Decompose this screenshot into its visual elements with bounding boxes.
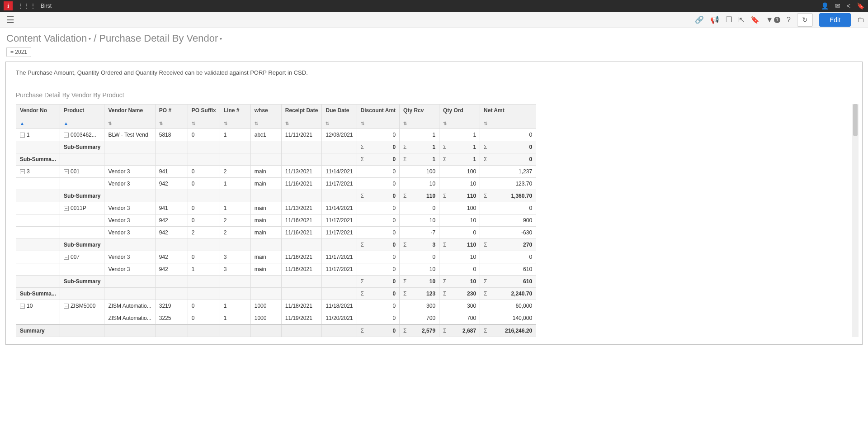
copy-icon[interactable]: ❐ [726,15,732,24]
help-icon[interactable]: ? [787,16,791,24]
table-row: Sub-Summa...Σ0Σ1Σ1Σ0 [16,153,536,166]
breadcrumb: Content Validation▾ / Purchase Detail By… [0,28,868,46]
refresh-button[interactable]: ↻ [797,13,813,27]
table-row: −0011PVendor 394101main11/13/202111/14/2… [16,202,536,214]
col-qty-rcv[interactable]: Qty Rcv⇅ [400,105,439,129]
table-row: Vendor 394202main11/16/202111/17/2021010… [16,214,536,227]
table-row: −3−001Vendor 394102main11/13/202111/14/2… [16,166,536,178]
apps-grid-icon[interactable]: ⋮⋮⋮ [17,2,36,10]
col-net[interactable]: Net Amt⇅ [480,105,536,129]
report-panel: The Purchase Amount, Quantity Ordered an… [5,62,863,345]
table-row: Sub-SummaryΣ0Σ1Σ1Σ0 [16,141,536,153]
col-vendor-no[interactable]: Vendor No▲ [16,105,60,129]
table-row: −10−ZISM5000ZISM Automatio...32190110001… [16,300,536,312]
report-note: The Purchase Amount, Quantity Ordered an… [16,69,852,76]
export-icon[interactable]: ⇱ [738,15,744,24]
col-po-suffix[interactable]: PO Suffix⇅ [188,105,220,129]
user-icon[interactable]: 👤 [821,2,829,10]
col-receipt[interactable]: Receipt Date⇅ [281,105,322,129]
table-row: Sub-Summa...Σ0Σ123Σ230Σ2,240.70 [16,288,536,300]
table-row: Vendor 394213main11/16/202111/17/2021010… [16,263,536,276]
crumb-root[interactable]: Content Validation [6,33,87,44]
col-vendor-name[interactable]: Vendor Name⇅ [104,105,155,129]
crumb-page[interactable]: Purchase Detail By Vendor [99,33,218,44]
mail-icon[interactable]: ✉ [835,2,840,10]
announcement-icon[interactable]: 📢 [710,15,719,24]
table-row: −1−0003462...BLW - Test Vend581801abc111… [16,129,536,141]
table-row: Sub-SummaryΣ0Σ110Σ110Σ1,360.70 [16,190,536,202]
table-row: ZISM Automatio...322501100011/19/202111/… [16,312,536,325]
filter-pill[interactable]: = 2021 [6,47,31,57]
col-whse[interactable]: whse⇅ [250,105,281,129]
col-discount[interactable]: Discount Amt⇅ [357,105,400,129]
bookmark-toolbar-icon[interactable]: 🔖 [750,15,760,24]
crumb-sep: / [94,33,96,44]
folder-icon[interactable]: 🗀 [857,16,864,24]
menu-icon[interactable]: ☰ [4,14,17,25]
collapse-icon[interactable]: − [64,206,69,211]
brand-name: Birst [41,3,52,9]
top-bar: i ⋮⋮⋮ Birst 👤 ✉ < 🔖 [0,0,868,12]
report-table: Vendor No▲ Product▲ Vendor Name⇅ PO #⇅ P… [16,104,536,337]
filter-icon[interactable]: ▼1 [766,16,780,24]
collapse-icon[interactable]: − [64,169,69,174]
table-row: Sub-SummaryΣ0Σ10Σ10Σ610 [16,276,536,288]
collapse-icon[interactable]: − [20,133,25,138]
collapse-icon[interactable]: − [20,304,25,309]
table-row: Vendor 394201main11/16/202111/17/2021010… [16,178,536,190]
infor-logo[interactable]: i [4,1,13,10]
edit-button[interactable]: Edit [819,13,851,27]
col-qty-ord[interactable]: Qty Ord⇅ [439,105,480,129]
table-header-row: Vendor No▲ Product▲ Vendor Name⇅ PO #⇅ P… [16,105,536,129]
caret-icon[interactable]: ▾ [89,36,91,41]
caret-icon[interactable]: ▾ [220,36,222,41]
collapse-icon[interactable]: − [20,169,25,174]
collapse-icon[interactable]: − [64,133,69,138]
col-po[interactable]: PO #⇅ [155,105,188,129]
table-row: −007Vendor 394203main11/16/202111/17/202… [16,251,536,263]
col-line[interactable]: Line #⇅ [220,105,250,129]
bookmark-icon[interactable]: 🔖 [857,2,864,10]
summary-row: Summary Σ0 Σ2,579 Σ2,687 Σ216,246.20 [16,324,536,337]
filter-row: = 2021 [0,46,868,62]
collapse-icon[interactable]: − [64,255,69,260]
toolbar: ☰ 🔗 📢 ❐ ⇱ 🔖 ▼1 ? ↻ Edit 🗀 [0,12,868,28]
table-row: Vendor 394222main11/16/202111/17/20210-7… [16,227,536,239]
col-due[interactable]: Due Date⇅ [322,105,357,129]
table-row: Sub-SummaryΣ0Σ3Σ110Σ270 [16,239,536,251]
collapse-icon[interactable]: − [64,304,69,309]
share-icon[interactable]: < [847,2,850,10]
link-icon[interactable]: 🔗 [695,15,704,24]
report-subtitle: Purchase Detail By Vendor By Product [16,91,852,99]
col-product[interactable]: Product▲ [60,105,104,129]
vertical-scrollbar[interactable] [852,104,859,337]
